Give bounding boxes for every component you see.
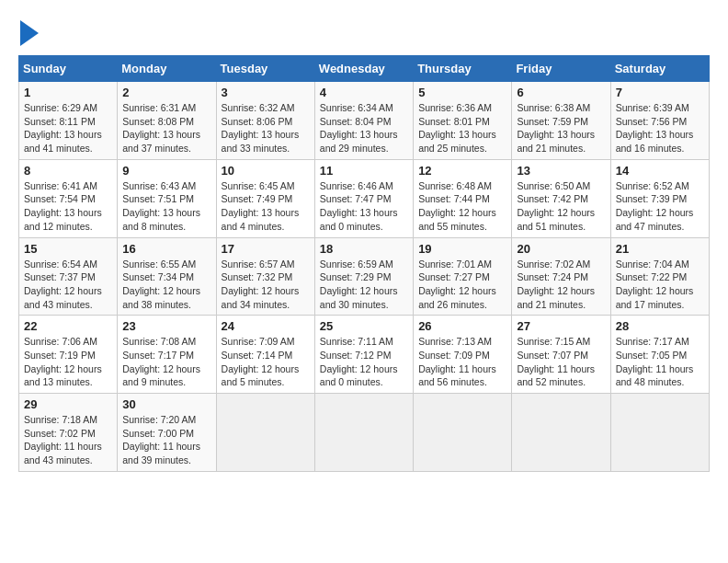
day-info: Sunrise: 6:36 AMSunset: 8:01 PMDaylight:… bbox=[418, 101, 506, 155]
logo bbox=[18, 18, 39, 46]
calendar-cell: 22Sunrise: 7:06 AMSunset: 7:19 PMDayligh… bbox=[19, 316, 118, 394]
day-info: Sunrise: 7:11 AMSunset: 7:12 PMDaylight:… bbox=[320, 335, 408, 389]
day-info: Sunrise: 6:57 AMSunset: 7:32 PMDaylight:… bbox=[222, 258, 310, 312]
day-number: 7 bbox=[616, 86, 704, 99]
calendar-cell: 10Sunrise: 6:45 AMSunset: 7:49 PMDayligh… bbox=[216, 159, 314, 237]
calendar-cell: 30Sunrise: 7:20 AMSunset: 7:00 PMDayligh… bbox=[118, 394, 216, 472]
day-number: 15 bbox=[24, 242, 112, 256]
day-number: 8 bbox=[24, 164, 112, 178]
calendar-cell bbox=[610, 394, 709, 472]
day-info: Sunrise: 6:34 AMSunset: 8:04 PMDaylight:… bbox=[320, 101, 408, 155]
day-number: 6 bbox=[517, 86, 605, 99]
calendar-cell: 2Sunrise: 6:31 AMSunset: 8:08 PMDaylight… bbox=[118, 82, 216, 160]
day-info: Sunrise: 7:18 AMSunset: 7:02 PMDaylight:… bbox=[24, 413, 112, 467]
day-info: Sunrise: 6:54 AMSunset: 7:37 PMDaylight:… bbox=[24, 258, 112, 312]
calendar-cell: 29Sunrise: 7:18 AMSunset: 7:02 PMDayligh… bbox=[19, 394, 118, 472]
day-info: Sunrise: 7:20 AMSunset: 7:00 PMDaylight:… bbox=[122, 413, 210, 467]
day-info: Sunrise: 7:09 AMSunset: 7:14 PMDaylight:… bbox=[222, 335, 310, 389]
calendar-body: 1Sunrise: 6:29 AMSunset: 8:11 PMDaylight… bbox=[19, 82, 710, 472]
day-number: 9 bbox=[122, 164, 210, 178]
day-number: 13 bbox=[517, 164, 605, 178]
calendar-cell: 3Sunrise: 6:32 AMSunset: 8:06 PMDaylight… bbox=[216, 82, 314, 160]
calendar-cell: 17Sunrise: 6:57 AMSunset: 7:32 PMDayligh… bbox=[216, 237, 314, 316]
day-number: 28 bbox=[616, 319, 704, 333]
calendar-cell bbox=[414, 394, 512, 472]
day-info: Sunrise: 6:32 AMSunset: 8:06 PMDaylight:… bbox=[222, 101, 310, 155]
calendar-cell: 21Sunrise: 7:04 AMSunset: 7:22 PMDayligh… bbox=[610, 237, 709, 316]
day-info: Sunrise: 6:31 AMSunset: 8:08 PMDaylight:… bbox=[122, 101, 210, 155]
calendar-cell: 23Sunrise: 7:08 AMSunset: 7:17 PMDayligh… bbox=[118, 316, 216, 394]
day-info: Sunrise: 6:55 AMSunset: 7:34 PMDaylight:… bbox=[122, 258, 210, 312]
day-number: 29 bbox=[24, 397, 112, 411]
day-info: Sunrise: 7:17 AMSunset: 7:05 PMDaylight:… bbox=[616, 335, 704, 389]
day-info: Sunrise: 6:29 AMSunset: 8:11 PMDaylight:… bbox=[24, 101, 112, 155]
calendar-cell: 6Sunrise: 6:38 AMSunset: 7:59 PMDaylight… bbox=[512, 82, 610, 160]
day-info: Sunrise: 7:02 AMSunset: 7:24 PMDaylight:… bbox=[517, 258, 605, 312]
day-number: 20 bbox=[517, 242, 605, 256]
day-number: 2 bbox=[122, 86, 210, 99]
day-number: 27 bbox=[517, 319, 605, 333]
calendar-cell: 11Sunrise: 6:46 AMSunset: 7:47 PMDayligh… bbox=[314, 159, 413, 237]
page-header bbox=[18, 18, 710, 46]
day-number: 17 bbox=[222, 242, 310, 256]
calendar-cell: 28Sunrise: 7:17 AMSunset: 7:05 PMDayligh… bbox=[610, 316, 709, 394]
calendar-week-5: 29Sunrise: 7:18 AMSunset: 7:02 PMDayligh… bbox=[19, 394, 710, 472]
day-number: 4 bbox=[320, 86, 408, 99]
day-number: 5 bbox=[418, 86, 506, 99]
calendar-cell: 18Sunrise: 6:59 AMSunset: 7:29 PMDayligh… bbox=[314, 237, 413, 316]
day-info: Sunrise: 6:48 AMSunset: 7:44 PMDaylight:… bbox=[418, 179, 506, 234]
day-number: 26 bbox=[418, 319, 506, 333]
day-number: 3 bbox=[222, 86, 310, 99]
day-number: 30 bbox=[122, 397, 210, 411]
calendar-cell bbox=[216, 394, 314, 472]
day-info: Sunrise: 7:15 AMSunset: 7:07 PMDaylight:… bbox=[517, 335, 605, 389]
weekday-header-saturday: Saturday bbox=[610, 56, 709, 82]
calendar-table: SundayMondayTuesdayWednesdayThursdayFrid… bbox=[18, 55, 710, 472]
day-info: Sunrise: 7:01 AMSunset: 7:27 PMDaylight:… bbox=[418, 258, 506, 312]
day-number: 10 bbox=[222, 164, 310, 178]
calendar-cell: 20Sunrise: 7:02 AMSunset: 7:24 PMDayligh… bbox=[512, 237, 610, 316]
weekday-header-sunday: Sunday bbox=[19, 56, 118, 82]
calendar-cell: 19Sunrise: 7:01 AMSunset: 7:27 PMDayligh… bbox=[414, 237, 512, 316]
day-info: Sunrise: 6:59 AMSunset: 7:29 PMDaylight:… bbox=[320, 258, 408, 312]
day-number: 12 bbox=[418, 164, 506, 178]
day-info: Sunrise: 6:46 AMSunset: 7:47 PMDaylight:… bbox=[320, 179, 408, 234]
calendar-week-4: 22Sunrise: 7:06 AMSunset: 7:19 PMDayligh… bbox=[19, 316, 710, 394]
day-number: 14 bbox=[616, 164, 704, 178]
calendar-cell: 1Sunrise: 6:29 AMSunset: 8:11 PMDaylight… bbox=[19, 82, 118, 160]
weekday-header-wednesday: Wednesday bbox=[314, 56, 413, 82]
day-number: 11 bbox=[320, 164, 408, 178]
calendar-cell: 14Sunrise: 6:52 AMSunset: 7:39 PMDayligh… bbox=[610, 159, 709, 237]
logo-arrow-icon bbox=[20, 20, 39, 46]
calendar-cell bbox=[314, 394, 413, 472]
day-number: 18 bbox=[320, 242, 408, 256]
calendar-cell: 16Sunrise: 6:55 AMSunset: 7:34 PMDayligh… bbox=[118, 237, 216, 316]
day-number: 23 bbox=[122, 319, 210, 333]
day-info: Sunrise: 7:13 AMSunset: 7:09 PMDaylight:… bbox=[418, 335, 506, 389]
calendar-cell: 7Sunrise: 6:39 AMSunset: 7:56 PMDaylight… bbox=[610, 82, 709, 160]
weekday-header-monday: Monday bbox=[118, 56, 216, 82]
day-info: Sunrise: 7:04 AMSunset: 7:22 PMDaylight:… bbox=[616, 258, 704, 312]
calendar-cell: 25Sunrise: 7:11 AMSunset: 7:12 PMDayligh… bbox=[314, 316, 413, 394]
day-number: 16 bbox=[122, 242, 210, 256]
day-info: Sunrise: 7:06 AMSunset: 7:19 PMDaylight:… bbox=[24, 335, 112, 389]
calendar-cell: 15Sunrise: 6:54 AMSunset: 7:37 PMDayligh… bbox=[19, 237, 118, 316]
calendar-cell: 12Sunrise: 6:48 AMSunset: 7:44 PMDayligh… bbox=[414, 159, 512, 237]
calendar-week-3: 15Sunrise: 6:54 AMSunset: 7:37 PMDayligh… bbox=[19, 237, 710, 316]
day-info: Sunrise: 6:38 AMSunset: 7:59 PMDaylight:… bbox=[517, 101, 605, 155]
calendar-week-2: 8Sunrise: 6:41 AMSunset: 7:54 PMDaylight… bbox=[19, 159, 710, 237]
day-info: Sunrise: 6:52 AMSunset: 7:39 PMDaylight:… bbox=[616, 179, 704, 234]
weekday-header-friday: Friday bbox=[512, 56, 610, 82]
day-number: 21 bbox=[616, 242, 704, 256]
day-info: Sunrise: 6:41 AMSunset: 7:54 PMDaylight:… bbox=[24, 179, 112, 234]
day-info: Sunrise: 6:45 AMSunset: 7:49 PMDaylight:… bbox=[222, 179, 310, 234]
day-info: Sunrise: 6:39 AMSunset: 7:56 PMDaylight:… bbox=[616, 101, 704, 155]
weekday-header-thursday: Thursday bbox=[414, 56, 512, 82]
calendar-cell: 4Sunrise: 6:34 AMSunset: 8:04 PMDaylight… bbox=[314, 82, 413, 160]
calendar-cell: 26Sunrise: 7:13 AMSunset: 7:09 PMDayligh… bbox=[414, 316, 512, 394]
weekday-header-tuesday: Tuesday bbox=[216, 56, 314, 82]
day-info: Sunrise: 6:43 AMSunset: 7:51 PMDaylight:… bbox=[122, 179, 210, 234]
day-info: Sunrise: 6:50 AMSunset: 7:42 PMDaylight:… bbox=[517, 179, 605, 234]
calendar-week-1: 1Sunrise: 6:29 AMSunset: 8:11 PMDaylight… bbox=[19, 82, 710, 160]
calendar-cell: 13Sunrise: 6:50 AMSunset: 7:42 PMDayligh… bbox=[512, 159, 610, 237]
